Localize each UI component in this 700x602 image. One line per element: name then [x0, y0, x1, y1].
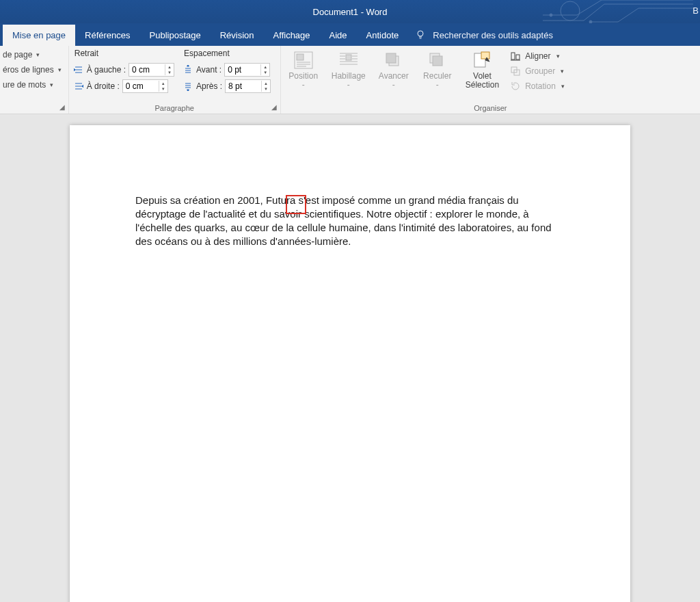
tell-me-label: Rechercher des outils adaptés: [433, 30, 553, 40]
group-arrange: Position- Habillage- Avancer-: [281, 46, 700, 114]
spacing-before-label: Avant :: [196, 65, 221, 75]
svg-rect-8: [386, 53, 396, 63]
selection-pane-button[interactable]: VoletSélection: [463, 49, 502, 91]
spacing-after-label: Après :: [196, 81, 222, 91]
svg-rect-10: [433, 56, 442, 66]
titlebar-right-text: B: [692, 5, 699, 16]
wrap-text-button: Habillage-: [329, 49, 368, 91]
spin-down-icon[interactable]: ▼: [261, 70, 269, 75]
group-title-paragraph: Paragraphe: [73, 103, 276, 112]
align-icon: [510, 51, 521, 62]
group-page-setup: de page▾ éros de lignes▾ ure de mots▾ ◢: [0, 46, 69, 114]
lightbulb-icon: [415, 29, 426, 40]
bring-forward-label: Avancer: [379, 71, 409, 81]
chevron-down-icon: ▾: [36, 51, 40, 58]
bring-forward-icon: [382, 50, 405, 70]
group-objects-menu: Grouper ▾: [509, 65, 566, 77]
spacing-after-value[interactable]: [226, 80, 261, 92]
indent-right-value[interactable]: [123, 80, 159, 92]
hyphenation-menu[interactable]: ure de mots▾: [0, 79, 64, 91]
tab-revision[interactable]: Révision: [211, 25, 264, 46]
document-page[interactable]: Depuis sa création en 2001, Futura s'est…: [70, 125, 630, 602]
spin-up-icon[interactable]: ▲: [262, 81, 270, 86]
spin-down-icon[interactable]: ▼: [159, 86, 167, 92]
spacing-before-value[interactable]: [225, 64, 260, 76]
wrap-text-dash: -: [347, 80, 350, 90]
send-backward-button: Reculer-: [419, 49, 456, 91]
svg-point-0: [561, 1, 580, 21]
selection-pane-label-top: Volet: [473, 71, 492, 81]
page-numbers-menu[interactable]: de page▾: [0, 49, 64, 61]
group-title-page-setup: [0, 103, 64, 112]
group-title-arrange: Organiser: [285, 103, 696, 112]
dialog-launcher-page-setup[interactable]: ◢: [58, 103, 66, 112]
chevron-down-icon: ▾: [561, 68, 564, 75]
spacing-title: Espacement: [183, 49, 271, 61]
tab-affichage[interactable]: Affichage: [264, 25, 320, 46]
group-icon: [510, 66, 521, 77]
send-backward-dash: -: [436, 80, 439, 90]
position-dash: -: [302, 80, 305, 90]
line-numbers-menu[interactable]: éros de lignes▾: [0, 64, 64, 76]
tab-references[interactable]: Références: [75, 25, 139, 46]
spin-up-icon[interactable]: ▲: [159, 81, 167, 86]
svg-point-3: [418, 31, 423, 36]
bring-forward-button: Avancer-: [375, 49, 412, 91]
send-backward-label: Reculer: [423, 71, 451, 81]
spacing-after-input[interactable]: ▲▼: [225, 79, 271, 93]
bring-forward-dash: -: [392, 80, 395, 90]
tab-mise-en-page[interactable]: Mise en page: [3, 25, 75, 46]
rotate-menu: Rotation ▾: [509, 80, 566, 92]
position-icon: [292, 50, 315, 70]
indent-left-icon: [73, 64, 84, 75]
spacing-before-input[interactable]: ▲▼: [224, 63, 270, 77]
tab-aide[interactable]: Aide: [320, 25, 357, 46]
ribbon: de page▾ éros de lignes▾ ure de mots▾ ◢ …: [0, 46, 700, 114]
chevron-down-icon: ▾: [561, 83, 565, 90]
group-objects-label: Grouper: [525, 66, 555, 76]
spacing-before-icon: [183, 64, 193, 75]
titlebar-decoration: [543, 0, 693, 23]
indent-left-input[interactable]: ▲▼: [129, 63, 174, 77]
spacing-after-icon: [183, 81, 193, 92]
spin-down-icon[interactable]: ▼: [262, 86, 270, 92]
title-bar: Document1 - Word B: [0, 0, 700, 23]
indent-right-input[interactable]: ▲▼: [122, 79, 168, 93]
tab-publipostage[interactable]: Publipostage: [140, 25, 211, 46]
selection-pane-icon: [470, 50, 494, 70]
tab-antidote[interactable]: Antidote: [357, 25, 409, 46]
indent-right-label: À droite :: [87, 81, 120, 91]
highlight-marker-top: [286, 195, 306, 196]
spin-up-icon[interactable]: ▲: [261, 64, 269, 70]
wrap-text-label: Habillage: [332, 71, 366, 81]
indent-left-value[interactable]: [129, 64, 165, 76]
rotate-icon: [510, 81, 521, 92]
position-label: Position: [288, 71, 318, 81]
chevron-down-icon: ▾: [50, 81, 53, 88]
rotate-label: Rotation: [525, 81, 556, 91]
svg-rect-13: [511, 53, 515, 60]
position-button: Position-: [285, 49, 322, 91]
selection-pane-label-bottom: Sélection: [466, 80, 499, 90]
svg-point-1: [550, 14, 552, 16]
align-label: Aligner: [525, 51, 550, 61]
tell-me-search[interactable]: Rechercher des outils adaptés: [408, 29, 560, 46]
spin-down-icon[interactable]: ▼: [165, 70, 174, 75]
document-workspace[interactable]: Depuis sa création en 2001, Futura s'est…: [0, 114, 700, 602]
dialog-launcher-paragraph[interactable]: ◢: [270, 103, 278, 112]
line-numbers-label: éros de lignes: [3, 65, 54, 75]
svg-rect-14: [516, 55, 520, 60]
indent-right-icon: [73, 81, 84, 92]
send-backward-icon: [426, 50, 449, 70]
svg-rect-5: [297, 54, 304, 60]
spin-up-icon[interactable]: ▲: [165, 64, 174, 70]
ribbon-tabs: Mise en page Références Publipostage Rév…: [0, 23, 700, 46]
align-menu[interactable]: Aligner ▾: [509, 50, 566, 62]
indent-title: Retrait: [73, 49, 174, 61]
document-paragraph[interactable]: Depuis sa création en 2001, Futura s'est…: [135, 194, 565, 248]
indent-left-label: À gauche :: [87, 65, 126, 75]
hyphenation-label: ure de mots: [3, 80, 46, 90]
svg-rect-6: [346, 55, 351, 60]
window-title: Document1 - Word: [313, 7, 388, 17]
page-numbers-label: de page: [3, 50, 32, 60]
